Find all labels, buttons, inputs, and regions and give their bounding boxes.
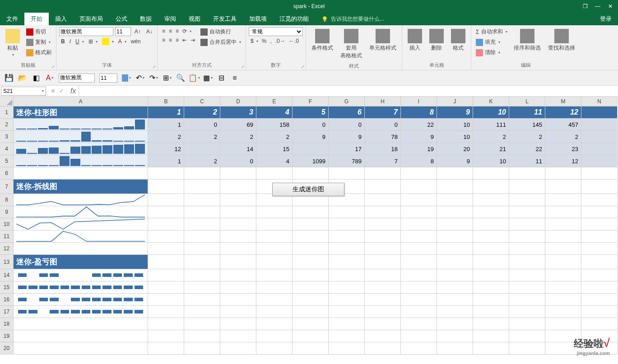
row-header-1[interactable]: 1 xyxy=(0,106,14,119)
col-header-D[interactable]: D xyxy=(220,97,256,106)
cell[interactable] xyxy=(365,243,401,255)
cell[interactable] xyxy=(509,342,545,355)
table-format-button[interactable]: 套用 表格格式 xyxy=(338,27,365,61)
col-header-I[interactable]: I xyxy=(401,97,437,106)
paste-qat[interactable]: 📋▾ xyxy=(190,74,199,83)
cell[interactable] xyxy=(14,243,148,255)
cell[interactable] xyxy=(148,218,184,230)
cell[interactable]: 0 xyxy=(329,119,365,131)
cell[interactable] xyxy=(148,306,184,318)
cell[interactable] xyxy=(545,167,581,180)
cell[interactable] xyxy=(401,294,437,306)
cell[interactable] xyxy=(329,342,365,355)
row-header-10[interactable]: 10 xyxy=(0,218,14,230)
cell[interactable] xyxy=(509,194,545,206)
cell[interactable] xyxy=(581,243,618,255)
cell[interactable]: 1099 xyxy=(293,155,329,167)
cell[interactable]: 6 xyxy=(329,106,365,119)
open-button[interactable]: 📂 xyxy=(18,74,27,83)
cell[interactable] xyxy=(256,206,293,218)
cell[interactable] xyxy=(473,294,509,306)
cell[interactable] xyxy=(148,230,184,243)
cell[interactable] xyxy=(545,294,581,306)
cell[interactable]: 20 xyxy=(437,143,473,155)
tab-review[interactable]: 审阅 xyxy=(158,13,182,25)
cell[interactable] xyxy=(509,180,545,194)
align-left-button[interactable]: ≡ xyxy=(160,36,167,44)
cell[interactable] xyxy=(401,218,437,230)
cell[interactable] xyxy=(401,269,437,281)
cell[interactable] xyxy=(473,194,509,206)
cell[interactable] xyxy=(14,143,148,155)
tab-view[interactable]: 视图 xyxy=(182,13,207,25)
cell[interactable] xyxy=(256,218,293,230)
cell[interactable]: 158 xyxy=(256,119,293,131)
cell[interactable] xyxy=(509,230,545,243)
cell[interactable] xyxy=(256,342,293,355)
cell[interactable] xyxy=(581,131,618,143)
cell[interactable]: 0 xyxy=(365,119,401,131)
cell[interactable] xyxy=(184,180,220,194)
paste-button[interactable]: 粘贴▾ xyxy=(3,27,23,60)
cell[interactable]: 145 xyxy=(509,119,545,131)
cell[interactable] xyxy=(509,255,545,269)
cell[interactable] xyxy=(148,206,184,218)
cell[interactable] xyxy=(220,342,256,355)
cell[interactable] xyxy=(184,243,220,255)
cell[interactable] xyxy=(256,330,293,342)
row-header-3[interactable]: 3 xyxy=(0,131,14,143)
cell[interactable] xyxy=(545,206,581,218)
align-bottom-button[interactable]: ≡ xyxy=(174,27,181,35)
pinyin-button[interactable]: wén xyxy=(129,37,143,46)
cell[interactable]: 19 xyxy=(401,143,437,155)
cell[interactable]: 9 xyxy=(437,155,473,167)
cell[interactable] xyxy=(365,318,401,330)
cell[interactable]: 0 xyxy=(293,119,329,131)
cell[interactable] xyxy=(329,230,365,243)
cell[interactable]: 9 xyxy=(437,106,473,119)
row-header-17[interactable]: 17 xyxy=(0,306,14,318)
cell[interactable] xyxy=(401,167,437,180)
cell[interactable]: 迷你-柱形图 xyxy=(14,106,148,119)
cell[interactable]: 2 xyxy=(473,131,509,143)
cell[interactable]: 9 xyxy=(293,131,329,143)
cell[interactable] xyxy=(437,281,473,294)
border-qat[interactable]: ⊞▾ xyxy=(163,74,172,83)
cell[interactable]: 1 xyxy=(148,106,184,119)
row-header-14[interactable]: 14 xyxy=(0,269,14,281)
row-header-18[interactable]: 18 xyxy=(0,318,14,330)
font-size-select[interactable] xyxy=(115,27,131,36)
row-header-15[interactable]: 15 xyxy=(0,281,14,294)
undo-button[interactable]: ↶▾ xyxy=(135,74,144,83)
cell[interactable] xyxy=(581,281,618,294)
cell[interactable] xyxy=(365,306,401,318)
cell[interactable] xyxy=(184,143,220,155)
cell[interactable] xyxy=(184,342,220,355)
cell[interactable] xyxy=(437,218,473,230)
cell[interactable] xyxy=(220,243,256,255)
cell[interactable]: 5 xyxy=(293,106,329,119)
cell[interactable]: 迷你-拆线图 xyxy=(14,180,148,194)
cell[interactable] xyxy=(401,281,437,294)
cell[interactable] xyxy=(329,281,365,294)
cell[interactable] xyxy=(581,318,618,330)
cell[interactable]: 2 xyxy=(509,131,545,143)
decrease-font-button[interactable]: A↓ xyxy=(144,27,154,36)
cell[interactable] xyxy=(473,243,509,255)
cell[interactable] xyxy=(220,218,256,230)
cell[interactable] xyxy=(293,218,329,230)
fill-button[interactable]: 填充▾ xyxy=(474,37,509,47)
cell[interactable] xyxy=(581,106,618,119)
cell[interactable] xyxy=(581,294,618,306)
percent-button[interactable]: % xyxy=(260,37,269,45)
cell[interactable] xyxy=(220,230,256,243)
qat-font-select[interactable] xyxy=(59,74,95,83)
cell[interactable]: 78 xyxy=(365,131,401,143)
cell[interactable]: 23 xyxy=(545,143,581,155)
save-button[interactable]: 💾 xyxy=(5,74,14,83)
cell[interactable]: 2 xyxy=(256,131,293,143)
cell[interactable] xyxy=(293,318,329,330)
cell[interactable] xyxy=(14,131,148,143)
cell[interactable] xyxy=(184,167,220,180)
indent-dec-button[interactable]: ⇤ xyxy=(181,36,189,44)
